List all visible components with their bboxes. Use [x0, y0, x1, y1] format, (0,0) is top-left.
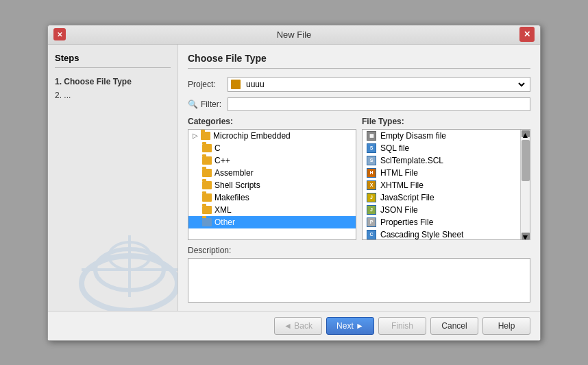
- filetypes-list: ▦ Empty Disasm file S SQL file S SclTemp…: [363, 130, 520, 239]
- step-1: 1. Choose File Type: [55, 75, 171, 89]
- minimize-button[interactable]: ✕: [53, 28, 66, 40]
- steps-list: 1. Choose File Type 2. ...: [55, 75, 171, 102]
- filetype-sql[interactable]: S SQL file: [363, 142, 520, 154]
- folder-icon: [201, 132, 210, 140]
- folder-icon: [202, 181, 212, 189]
- folder-icon: [202, 169, 212, 177]
- file-icon: ▦: [367, 131, 376, 141]
- watermark-icon: [75, 228, 178, 311]
- project-icon: [231, 80, 241, 89]
- dialog-title: New File: [277, 30, 312, 40]
- file-icon: J: [367, 193, 376, 202]
- filetypes-label: File Types:: [362, 117, 530, 126]
- filetypes-scrollbar[interactable]: ▲ ▼: [520, 130, 530, 239]
- filetype-empty-disasm[interactable]: ▦ Empty Disasm file: [363, 130, 520, 142]
- close-button[interactable]: ✕: [519, 27, 535, 42]
- description-textarea[interactable]: [188, 258, 530, 303]
- filter-row: 🔍 Filter:: [188, 97, 530, 111]
- scroll-thumb[interactable]: [522, 140, 530, 181]
- project-select[interactable]: uuuu: [243, 79, 527, 90]
- help-button[interactable]: Help: [482, 317, 530, 335]
- filetype-json[interactable]: J JSON File: [363, 204, 520, 216]
- filetype-javascript[interactable]: J JavaScript File: [363, 191, 520, 204]
- categories-section: Categories: ▷ Microchip Embedded C: [188, 117, 530, 240]
- file-icon: J: [367, 205, 376, 215]
- category-cpp[interactable]: C++: [188, 154, 356, 167]
- category-makefiles[interactable]: Makefiles: [188, 191, 356, 204]
- dialog-body: Steps 1. Choose File Type 2. ...: [48, 45, 540, 311]
- scroll-down-arrow[interactable]: ▼: [522, 233, 530, 239]
- categories-label: Categories:: [188, 117, 356, 126]
- folder-icon: [202, 144, 212, 152]
- categories-list: ▷ Microchip Embedded C C++: [188, 129, 356, 240]
- filetype-scl[interactable]: S SclTemplate.SCL: [363, 154, 520, 167]
- file-icon: C: [367, 230, 376, 239]
- category-shell[interactable]: Shell Scripts: [188, 179, 356, 191]
- category-c[interactable]: C: [188, 142, 356, 154]
- description-section: Description:: [188, 246, 530, 303]
- back-button[interactable]: ◄ Back: [274, 317, 322, 335]
- file-icon: H: [367, 168, 376, 178]
- filetype-html[interactable]: H HTML File: [363, 167, 520, 179]
- new-file-dialog: ✕ New File ✕ Steps 1. Choose File Type 2…: [47, 25, 541, 341]
- filter-label: 🔍 Filter:: [188, 99, 222, 109]
- category-xml[interactable]: XML: [188, 204, 356, 216]
- filetypes-pane: File Types: ▦ Empty Disasm file S SQL fi…: [362, 117, 530, 240]
- filter-input[interactable]: [228, 97, 530, 111]
- project-label: Project:: [188, 80, 222, 89]
- next-button[interactable]: Next ►: [326, 317, 374, 335]
- expander-icon: ▷: [191, 132, 199, 139]
- bottom-bar: ◄ Back Next ► Finish Cancel Help: [48, 311, 540, 340]
- finish-button[interactable]: Finish: [378, 317, 426, 335]
- steps-heading: Steps: [55, 53, 171, 68]
- filetypes-list-container: ▦ Empty Disasm file S SQL file S SclTemp…: [362, 129, 530, 240]
- folder-icon: [202, 156, 212, 165]
- file-icon: X: [367, 180, 376, 190]
- folder-icon: [202, 206, 212, 214]
- cancel-button[interactable]: Cancel: [430, 317, 478, 335]
- file-icon: S: [367, 156, 376, 165]
- main-panel: Choose File Type Project: uuuu 🔍 Filter:: [178, 45, 540, 311]
- file-icon: P: [367, 217, 376, 227]
- section-title: Choose File Type: [188, 53, 530, 69]
- category-microchip[interactable]: ▷ Microchip Embedded: [188, 130, 356, 142]
- description-label: Description:: [188, 246, 530, 255]
- project-row: Project: uuuu: [188, 77, 530, 92]
- filetype-properties[interactable]: P Properties File: [363, 216, 520, 228]
- scroll-up-arrow[interactable]: ▲: [522, 130, 530, 137]
- filetype-xhtml[interactable]: X XHTML File: [363, 179, 520, 191]
- categories-pane: Categories: ▷ Microchip Embedded C: [188, 117, 356, 240]
- file-icon: S: [367, 143, 376, 153]
- category-assembler[interactable]: Assembler: [188, 167, 356, 179]
- step-2: 2. ...: [55, 89, 171, 102]
- search-icon: 🔍: [188, 99, 198, 109]
- folder-icon: [202, 193, 212, 202]
- steps-panel: Steps 1. Choose File Type 2. ...: [48, 45, 178, 311]
- title-bar: ✕ New File ✕: [48, 25, 540, 45]
- category-other[interactable]: Other: [188, 216, 356, 228]
- filetype-css[interactable]: C Cascading Style Sheet: [363, 228, 520, 239]
- folder-icon: [202, 218, 212, 226]
